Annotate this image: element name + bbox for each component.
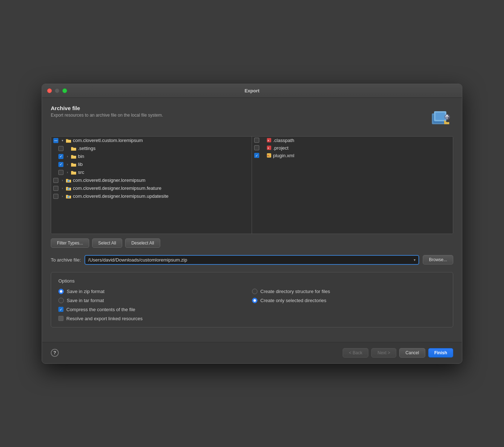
checkbox-src[interactable] bbox=[58, 170, 63, 175]
action-buttons: Filter Types... Select All Deselect All bbox=[51, 238, 453, 248]
xml-file-icon: X bbox=[267, 138, 272, 143]
check-resolve-label: Resolve and export linked resources bbox=[66, 316, 142, 321]
checkbox-designer-feature[interactable] bbox=[53, 186, 58, 191]
spacer-icon bbox=[261, 153, 266, 158]
expand-icon[interactable] bbox=[65, 146, 70, 151]
checkbox-bin[interactable] bbox=[58, 154, 63, 159]
maximize-button[interactable] bbox=[62, 88, 67, 93]
checkbox-project[interactable] bbox=[254, 145, 259, 150]
checkbox-designer-updatesite[interactable] bbox=[53, 194, 58, 199]
radio-tar-indicator[interactable] bbox=[58, 298, 64, 303]
nav-buttons: < Back Next > Cancel Finish bbox=[343, 348, 453, 358]
radio-zip[interactable]: Save in zip format bbox=[58, 289, 252, 294]
archive-input-wrapper[interactable]: ▾ bbox=[84, 255, 419, 265]
radio-inner bbox=[60, 290, 62, 293]
expand-icon[interactable]: › bbox=[60, 194, 65, 199]
archive-file-input[interactable] bbox=[88, 257, 414, 263]
archive-icon bbox=[428, 105, 453, 130]
tree-item[interactable]: X .project bbox=[252, 144, 453, 152]
export-dialog: Export Archive file Export resources to … bbox=[42, 84, 462, 364]
checkbox-resolve[interactable] bbox=[58, 316, 63, 321]
radio-tar[interactable]: Save in tar format bbox=[58, 298, 252, 303]
tree-item[interactable]: X .classpath bbox=[252, 137, 453, 144]
checkbox-designer[interactable] bbox=[53, 178, 58, 183]
tree-item[interactable]: .settings bbox=[51, 145, 252, 153]
radio-dir-struct-label: Create directory structure for files bbox=[260, 289, 330, 294]
check-resolve[interactable]: Resolve and export linked resources bbox=[58, 316, 252, 321]
svg-rect-5 bbox=[444, 122, 449, 124]
checkbox-plugin-xml[interactable] bbox=[254, 153, 259, 158]
svg-rect-11 bbox=[67, 196, 70, 198]
checkbox-root[interactable] bbox=[53, 138, 58, 143]
folder-project-icon bbox=[66, 177, 71, 183]
xml-file-icon: X bbox=[267, 145, 272, 150]
cancel-button[interactable]: Cancel bbox=[399, 348, 425, 358]
tree-item[interactable]: › com.cloveretl.designer.loremipsum.upda… bbox=[51, 192, 252, 200]
folder-icon bbox=[66, 138, 71, 143]
radio-dir-selected[interactable]: Create only selected directories bbox=[252, 298, 446, 303]
finish-button[interactable]: Finish bbox=[428, 348, 453, 358]
tree-item-label: src bbox=[78, 170, 84, 175]
minimize-button[interactable] bbox=[55, 88, 59, 93]
folder-icon bbox=[71, 154, 77, 159]
folder-icon bbox=[71, 162, 77, 167]
expand-icon[interactable]: ▾ bbox=[60, 138, 65, 143]
svg-rect-9 bbox=[67, 180, 70, 182]
checkbox-classpath[interactable] bbox=[254, 138, 259, 143]
checkbox-settings[interactable] bbox=[58, 146, 63, 151]
tree-item[interactable]: › bin bbox=[51, 153, 252, 160]
svg-text:X: X bbox=[268, 147, 269, 149]
check-compress[interactable]: Compress the contents of the file bbox=[58, 307, 252, 312]
header-title: Archive file bbox=[51, 105, 163, 111]
folder-project-icon bbox=[66, 193, 71, 199]
radio-dir-selected-indicator[interactable] bbox=[252, 298, 257, 303]
radio-zip-label: Save in zip format bbox=[67, 289, 104, 294]
svg-rect-8 bbox=[67, 139, 68, 140]
traffic-lights bbox=[47, 88, 67, 93]
spacer-icon bbox=[261, 145, 266, 150]
help-button[interactable]: ? bbox=[51, 349, 59, 357]
tree-item[interactable]: › src bbox=[51, 168, 252, 176]
close-button[interactable] bbox=[47, 88, 52, 93]
tree-item-label: com.cloveretl.designer.loremipsum.featur… bbox=[73, 185, 161, 191]
expand-icon[interactable]: › bbox=[65, 170, 70, 175]
back-button[interactable]: < Back bbox=[343, 348, 368, 358]
browse-button[interactable]: Browse... bbox=[423, 255, 453, 264]
tree-item-label: lib bbox=[78, 162, 83, 167]
radio-zip-indicator[interactable] bbox=[58, 289, 64, 294]
tree-item[interactable]: › com.cloveretl.designer.loremipsum.feat… bbox=[51, 184, 252, 192]
header-text: Archive file Export resources to an arch… bbox=[51, 105, 163, 118]
dropdown-arrow-icon[interactable]: ▾ bbox=[414, 258, 416, 262]
expand-icon[interactable]: › bbox=[60, 178, 65, 183]
radio-inner bbox=[253, 299, 256, 302]
right-file-panel[interactable]: X .classpath X .project bbox=[252, 137, 453, 234]
tree-item-label: bin bbox=[78, 154, 84, 159]
file-label: .classpath bbox=[273, 138, 294, 143]
checkbox-compress[interactable] bbox=[58, 307, 63, 312]
select-all-button[interactable]: Select All bbox=[92, 238, 122, 248]
svg-rect-10 bbox=[67, 188, 70, 190]
svg-rect-3 bbox=[435, 113, 445, 120]
expand-icon[interactable]: › bbox=[60, 186, 65, 191]
next-button[interactable]: Next > bbox=[371, 348, 396, 358]
checkbox-lib[interactable] bbox=[58, 162, 63, 167]
archive-file-label: To archive file: bbox=[51, 257, 81, 263]
file-label: .project bbox=[273, 145, 289, 151]
tree-item[interactable]: › lib bbox=[51, 160, 252, 168]
expand-icon[interactable]: › bbox=[65, 154, 70, 159]
tree-item[interactable]: › com.cloveretl.designer.loremipsum bbox=[51, 176, 252, 184]
radio-dir-struct-indicator[interactable] bbox=[252, 289, 257, 294]
filter-types-button[interactable]: Filter Types... bbox=[51, 238, 89, 248]
header-subtitle: Export resources to an archive file on t… bbox=[51, 113, 163, 118]
tree-item[interactable]: PL plugin.xml bbox=[252, 152, 453, 159]
svg-text:X: X bbox=[268, 139, 269, 142]
left-file-panel[interactable]: ▾ com.cloveretl.custom.loremipsum bbox=[51, 137, 252, 234]
tree-item[interactable]: ▾ com.cloveretl.custom.loremipsum bbox=[51, 137, 252, 145]
expand-icon[interactable]: › bbox=[65, 162, 70, 167]
options-left: Save in zip format Save in tar format Co… bbox=[58, 289, 252, 321]
deselect-all-button[interactable]: Deselect All bbox=[125, 238, 160, 248]
radio-dir-struct[interactable]: Create directory structure for files bbox=[252, 289, 446, 294]
file-label: plugin.xml bbox=[273, 153, 294, 158]
options-section: Options Save in zip format Save in tar f… bbox=[51, 272, 453, 327]
header-section: Archive file Export resources to an arch… bbox=[51, 105, 453, 130]
